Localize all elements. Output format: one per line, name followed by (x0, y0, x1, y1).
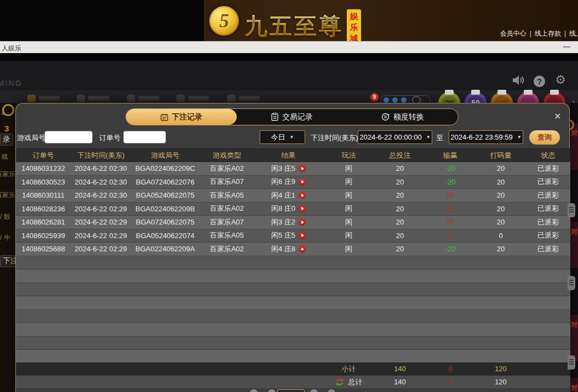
menu-icon (176, 95, 185, 102)
date-range-select[interactable]: 今日 ▼ (260, 130, 305, 144)
provider-logo: MING (0, 79, 22, 88)
replay-icon[interactable] (299, 245, 306, 252)
side-handle[interactable] (568, 276, 575, 290)
search-button[interactable]: 查询 (529, 130, 560, 145)
cell-winloss: -20 (425, 178, 476, 186)
background-menu-fragment: 戏 (1, 152, 8, 162)
cell-result: 闲4 庄1 (254, 191, 323, 200)
tab-label: 下注记录 (172, 112, 203, 122)
order-input[interactable] (123, 131, 166, 143)
cell-winloss: 20 (425, 218, 476, 226)
empty-row (16, 323, 570, 337)
table-header-row: 订单号下注时间(美东)游戏局号游戏类型结果玩法总投注输赢打码量状态 (16, 148, 570, 162)
chevron-down-icon: ▼ (426, 135, 431, 140)
top-link[interactable]: 线上 (569, 30, 578, 37)
cell-play: 闲 (323, 230, 375, 240)
background-menu-fragment: 4 (1, 109, 5, 117)
cell-result: 闲3 庄5 (254, 164, 323, 174)
replay-icon[interactable] (299, 205, 306, 212)
swap-icon (335, 378, 344, 387)
cell-order: 14086028236 (16, 205, 71, 213)
subtotal-winloss: 0 (425, 365, 476, 373)
empty-row (16, 296, 570, 310)
empty-row (16, 283, 570, 297)
column-header: 输赢 (425, 151, 476, 160)
table-row: 14086025688 2024-6-22 02:29 BGA022406220… (16, 243, 570, 256)
close-icon[interactable]: ✕ (554, 111, 561, 122)
brand-title: 九五至尊 (245, 11, 344, 42)
cell-play: 闲 (323, 164, 375, 174)
cell-volume: 20 (476, 191, 526, 199)
minimize-button[interactable]: — (563, 42, 570, 50)
top-link[interactable]: 线上存款 (535, 30, 561, 37)
game-round-label: 游戏局号 (17, 133, 45, 143)
time-from-select[interactable]: 2024-6-22 00:00:00 ▼ (358, 130, 432, 144)
cell-round: BGA07240622076 (131, 178, 199, 186)
tab-transaction-records[interactable]: 交易记录 (237, 109, 347, 125)
cell-status: 已派彩 (526, 230, 570, 240)
cell-order: 14086026281 (16, 218, 71, 226)
tab-bet-records[interactable]: 下注记录 (126, 109, 237, 125)
link-separator: | (530, 30, 531, 37)
pagination-page-input[interactable] (277, 389, 305, 392)
brand-topbar: 5 九五至尊 娱乐城 会员中心|线上存款|线上 (0, 0, 578, 41)
clipboard-icon (271, 113, 278, 121)
top-link[interactable]: 会员中心 (500, 30, 527, 37)
tab-quota-transfer[interactable]: 额度转换 (347, 109, 458, 125)
menu-icon (127, 95, 135, 102)
cell-volume: 20 (476, 218, 526, 226)
background-panel-fragment: 对 (570, 315, 578, 361)
link-separator: | (564, 30, 566, 37)
cell-result: 闲6 庄9 (254, 177, 323, 187)
cell-status: 已派彩 (526, 191, 570, 200)
settings-gear-icon[interactable]: ⚙ (555, 73, 566, 87)
cell-bet: 20 (375, 191, 425, 199)
top-links: 会员中心|线上存款|线上 (500, 29, 578, 38)
replay-icon[interactable] (299, 232, 306, 239)
side-handle[interactable] (568, 203, 575, 217)
menu-icon (27, 95, 36, 102)
empty-row (16, 256, 570, 270)
background-right-strip: 对 对 对 对 (570, 103, 578, 392)
column-header: 玩法 (323, 151, 375, 160)
chevron-down-icon: ▼ (517, 135, 522, 140)
replay-icon[interactable] (299, 192, 306, 199)
calendar-icon (161, 113, 168, 121)
background-left-strip: 43录戏百家乐百家乐/ 骰/ 牛下注 (0, 103, 15, 392)
cell-result: 闲4 庄8 (254, 244, 323, 254)
menu-label-ghost (88, 96, 109, 101)
cell-game-type: 百家乐A05 (199, 230, 254, 240)
cell-status: 已派彩 (526, 217, 570, 227)
cell-time: 2024-6-22 02:29 (71, 218, 131, 226)
cell-volume: 20 (476, 164, 526, 172)
time-to-select[interactable]: 2024-6-22 23:59:59 ▼ (449, 130, 523, 144)
dimmed-menu-item (176, 95, 209, 102)
background-menu-fragment: 百家乐 (0, 170, 15, 179)
replay-icon[interactable] (299, 178, 306, 186)
column-header: 游戏局号 (131, 151, 199, 160)
column-header: 打码量 (476, 151, 526, 160)
topbar-left-panel (0, 0, 204, 41)
cell-game-type: 百家乐A07 (199, 177, 254, 187)
total-volume: 120 (476, 378, 526, 386)
game-round-input[interactable] (44, 131, 93, 143)
cell-time: 2024-6-22 02:30 (71, 164, 131, 172)
cell-winloss: -20 (425, 245, 476, 253)
empty-row (16, 310, 570, 324)
replay-icon[interactable] (299, 218, 306, 226)
date-range-value: 今日 (271, 132, 285, 142)
replay-icon[interactable] (299, 165, 306, 172)
time-to-value: 2024-6-22 23:59:59 (450, 133, 512, 141)
help-icon[interactable]: ? (534, 76, 545, 87)
cell-bet: 20 (375, 232, 425, 240)
side-handle[interactable] (568, 355, 575, 370)
menu-icon (227, 95, 236, 102)
cell-play: 闲 (323, 244, 375, 254)
subtotal-row: 小计 140 0 120 (16, 362, 570, 376)
background-panel-fragment: 对 (570, 222, 578, 268)
sound-icon[interactable] (513, 75, 526, 88)
cell-round: BGA0224062209C (131, 164, 199, 172)
coin-transfer-icon (381, 113, 390, 121)
cell-game-type: 百家乐A02 (199, 164, 254, 174)
cell-status: 已派彩 (526, 244, 570, 254)
